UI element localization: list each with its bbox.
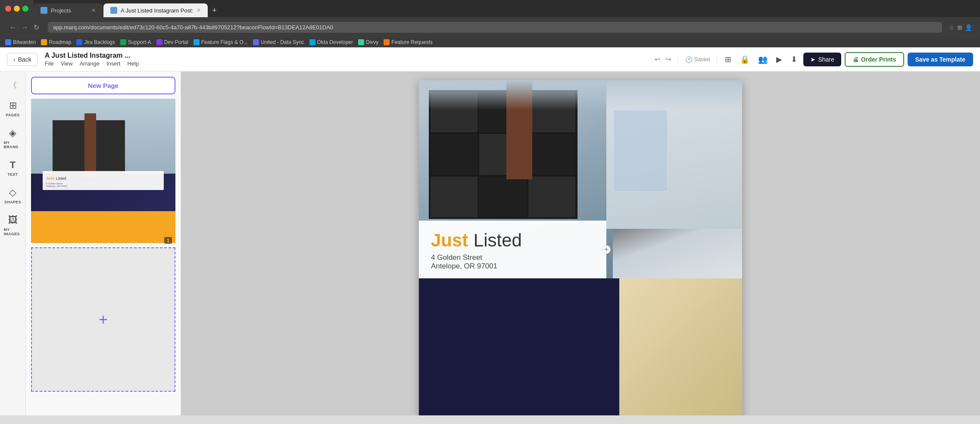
bookmark-dev-portal-icon [156, 39, 162, 45]
order-prints-button[interactable]: 🖨 Order Prints [845, 52, 904, 67]
house-photo: Just Listed 4 Golden Street Antelope, OR… [419, 80, 742, 278]
sidebar-item-my-images[interactable]: 🖼 MY IMAGES [1, 210, 25, 240]
address-bar-row: ← → ↻ app.marq.com/documents/edit/ed73c1… [0, 17, 980, 37]
address-bar[interactable]: app.marq.com/documents/edit/ed73c120-60c… [48, 22, 942, 33]
sky-gradient [419, 80, 742, 110]
menu-view[interactable]: View [61, 60, 73, 67]
window-pane [528, 177, 576, 217]
my-brand-icon: ◈ [9, 128, 16, 139]
saved-label: Saved [694, 56, 710, 62]
nav-controls: ← → ↻ [3, 19, 45, 36]
sidebar-item-text[interactable]: T TEXT [1, 155, 25, 181]
bookmark-icon[interactable]: ☆ [949, 24, 955, 31]
app-header: ‹ Back A Just Listed Instagram ... File … [0, 47, 980, 72]
bookmark-feature-flags[interactable]: Feature Flags & O... [194, 39, 248, 45]
window-pane [431, 134, 478, 175]
window-pane [431, 177, 478, 217]
tab-document-close[interactable]: ✕ [197, 7, 201, 13]
bookmark-roadmap-icon [41, 39, 47, 45]
close-button[interactable] [5, 6, 11, 12]
bookmark-support[interactable]: Support-A [120, 39, 151, 45]
new-tab-button[interactable]: + [209, 4, 220, 17]
bookmark-support-icon [120, 39, 126, 45]
thumb-orange-strip [31, 211, 175, 243]
bookmarks-bar: Bitwarden Roadmap Jira Backlogs Support-… [0, 37, 980, 47]
bookmark-jira[interactable]: Jira Backlogs [76, 39, 115, 45]
canvas-bottom-right [619, 278, 742, 415]
canvas-area[interactable]: Just Listed 4 Golden Street Antelope, OR… [181, 72, 980, 415]
menu-arrange[interactable]: Arrange [80, 60, 100, 67]
canvas-document: Just Listed 4 Golden Street Antelope, OR… [419, 80, 742, 415]
add-page-icon: + [99, 311, 108, 329]
page-2-thumbnail[interactable]: + [31, 247, 175, 392]
bookmark-united-label: United - Data Sync [261, 39, 304, 45]
canvas-listed-label: Listed [474, 230, 522, 250]
clock-icon: 🕐 [685, 56, 693, 63]
bookmark-bitwarden[interactable]: Bitwarden [5, 39, 36, 45]
share-arrow-icon: ➤ [810, 56, 815, 63]
pages-panel: New Page Just Listed 4 Golden Street Ant… [26, 72, 181, 415]
bookmark-united-icon [253, 39, 259, 45]
back-button[interactable]: ‹ Back [7, 53, 38, 66]
tab-document[interactable]: A Just Listed Instagram Post: ✕ [103, 3, 208, 17]
bookmark-dev-portal[interactable]: Dev Portal [156, 39, 188, 45]
canvas-just-label: Just [431, 230, 468, 250]
tab-projects[interactable]: Projects ✕ [34, 3, 103, 17]
forward-nav-button[interactable]: → [20, 22, 30, 33]
undo-redo-controls: ↩ ↪ [653, 53, 673, 65]
save-template-label: Save as Template [915, 56, 965, 63]
tab-projects-close[interactable]: ✕ [91, 7, 96, 13]
browser-actions: ☆ ⊞ 👤 [945, 22, 977, 34]
thumb-info-box: Just Listed 4 Golden Street Antelope, OR… [43, 171, 164, 190]
canvas-info-overlay[interactable]: Just Listed 4 Golden Street Antelope, OR… [419, 221, 606, 278]
save-template-button[interactable]: Save as Template [908, 53, 973, 66]
grid-icon[interactable]: ⊞ [722, 52, 734, 67]
bookmark-united[interactable]: United - Data Sync [253, 39, 304, 45]
extensions-icon[interactable]: ⊞ [957, 24, 962, 31]
share-button[interactable]: ➤ Share [803, 53, 841, 66]
share-users-icon[interactable]: 👥 [755, 52, 770, 67]
menu-help[interactable]: Help [127, 60, 139, 67]
thumb-just-text: Just [46, 176, 54, 181]
bookmark-bitwarden-icon [5, 39, 11, 45]
back-nav-button[interactable]: ← [8, 22, 18, 33]
sidebar-item-shapes[interactable]: ◇ SHAPES [1, 183, 25, 209]
sidebar-item-pages[interactable]: ⊞ PAGES [1, 96, 25, 122]
refresh-button[interactable]: ↻ [32, 22, 41, 33]
canvas-address-line2: Antelope, OR 97001 [431, 262, 594, 271]
play-icon[interactable]: ▶ [774, 52, 785, 67]
order-prints-label: Order Prints [861, 56, 896, 63]
printer-icon: 🖨 [852, 56, 858, 63]
bookmark-roadmap[interactable]: Roadmap [41, 39, 71, 45]
resize-handle[interactable]: ✛ [602, 245, 611, 254]
tab-list: Projects ✕ A Just Listed Instagram Post:… [34, 0, 980, 17]
undo-button[interactable]: ↩ [653, 53, 662, 65]
sidebar-item-my-brand[interactable]: ◈ MY BRAND [1, 123, 25, 153]
sidebar-collapse-button[interactable]: 《 [6, 77, 20, 94]
tab-document-icon [110, 7, 117, 14]
minimize-button[interactable] [14, 6, 20, 12]
text-label: TEXT [7, 172, 18, 177]
menu-file[interactable]: File [45, 60, 54, 67]
bookmark-feature-flags-icon [194, 39, 200, 45]
thumb-listed-text: Listed [56, 176, 66, 181]
canvas-title-row: Just Listed [431, 230, 594, 251]
bookmark-divvy[interactable]: Divvy [358, 39, 378, 45]
download-icon[interactable]: ⬇ [788, 52, 800, 67]
menu-insert[interactable]: Insert [106, 60, 121, 67]
bookmark-okta-label: Okta Developer [317, 39, 353, 45]
lock-icon[interactable]: 🔒 [737, 52, 752, 67]
app: ‹ Back A Just Listed Instagram ... File … [0, 47, 980, 415]
bookmark-feature-requests[interactable]: Feature Requests [384, 39, 432, 45]
new-page-button[interactable]: New Page [31, 77, 175, 94]
redo-button[interactable]: ↪ [664, 53, 673, 65]
bookmark-divvy-label: Divvy [366, 39, 378, 45]
shapes-label: SHAPES [4, 200, 21, 204]
my-brand-label: MY BRAND [4, 140, 22, 149]
canvas-bottom [419, 278, 742, 415]
page-1-thumbnail-wrapper[interactable]: Just Listed 4 Golden Street Antelope, OR… [31, 99, 175, 243]
profile-icon[interactable]: 👤 [965, 24, 972, 31]
bookmark-feature-requests-icon [384, 39, 390, 45]
maximize-button[interactable] [22, 6, 28, 12]
bookmark-okta[interactable]: Okta Developer [309, 39, 353, 45]
